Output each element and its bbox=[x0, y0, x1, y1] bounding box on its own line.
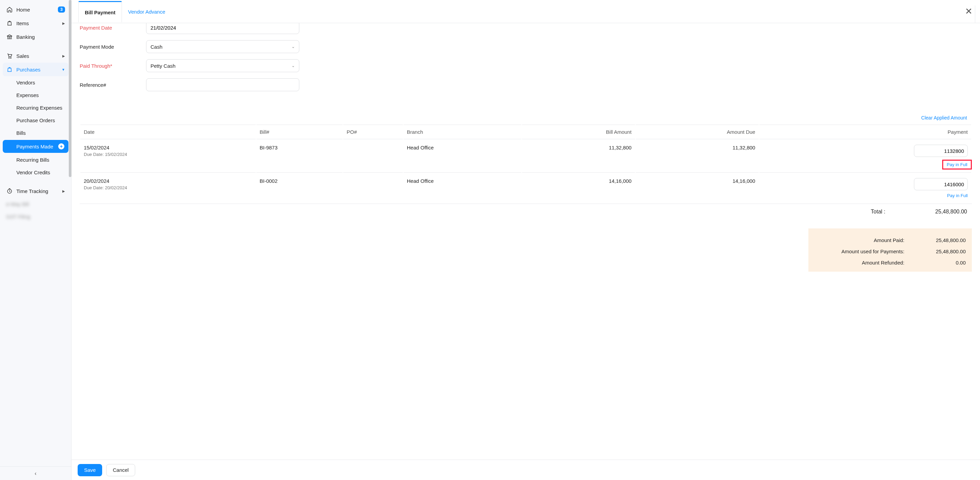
cell-amount-due: 11,32,800 bbox=[636, 140, 759, 173]
bank-icon bbox=[6, 33, 13, 40]
sidebar-item-recurring-expenses[interactable]: Recurring Expenses bbox=[0, 102, 71, 114]
chevron-right-icon: ▶ bbox=[62, 21, 65, 25]
total-row: Total : 25,48,800.00 bbox=[80, 203, 972, 222]
reference-field[interactable] bbox=[151, 82, 295, 88]
tabs-row: Bill Payment Vendor Advance ✕ bbox=[72, 0, 980, 23]
select-payment-mode[interactable]: Cash ⌄ bbox=[146, 40, 299, 53]
sidebar: Home 3 Items ▶ Banking bbox=[0, 0, 72, 480]
sidebar-item-recurring-bills[interactable]: Recurring Bills bbox=[0, 154, 71, 166]
clear-applied-amount-link[interactable]: Clear Applied Amount bbox=[921, 115, 967, 121]
form-row-payment-date: Payment Date bbox=[80, 23, 972, 34]
th-po: PO# bbox=[343, 125, 403, 139]
select-paid-through[interactable]: Petty Cash ⌄ bbox=[146, 59, 299, 72]
cell-bill-amount: 11,32,800 bbox=[522, 140, 635, 173]
scrollbar-track bbox=[69, 0, 72, 480]
cell-po bbox=[343, 140, 403, 173]
add-icon[interactable]: + bbox=[58, 143, 64, 149]
th-date: Date bbox=[80, 125, 256, 139]
amount-refunded-label: Amount Refunded: bbox=[815, 260, 904, 265]
cart-icon bbox=[6, 52, 13, 59]
th-payment: Payment bbox=[759, 125, 971, 139]
cell-bill: BI-9873 bbox=[256, 140, 343, 173]
sidebar-item-expenses[interactable]: Expenses bbox=[0, 89, 71, 102]
input-payment-date[interactable] bbox=[146, 23, 299, 34]
sidebar-item-purchases[interactable]: Purchases ▼ bbox=[3, 63, 68, 76]
nav-label: Purchases bbox=[16, 67, 62, 73]
cell-date: 20/02/2024 bbox=[84, 178, 252, 184]
purchases-submenu: Vendors Expenses Recurring Expenses Purc… bbox=[0, 76, 71, 179]
cell-branch: Head Office bbox=[404, 140, 521, 173]
cell-due-date: Due Date: 15/02/2024 bbox=[84, 152, 252, 157]
chevron-right-icon: ▶ bbox=[62, 189, 65, 193]
th-branch: Branch bbox=[404, 125, 521, 139]
content-scroll[interactable]: Payment Date Payment Mode Cash ⌄ Paid Th… bbox=[72, 23, 980, 459]
payment-input[interactable] bbox=[914, 145, 968, 157]
cell-bill: BI-0002 bbox=[256, 173, 343, 201]
label-payment-mode: Payment Mode bbox=[80, 44, 146, 50]
amount-paid-label: Amount Paid: bbox=[815, 237, 904, 243]
footer-bar: Save Cancel bbox=[72, 459, 980, 480]
nav-label: Home bbox=[16, 7, 58, 13]
amount-used-value: 25,48,800.00 bbox=[925, 248, 966, 254]
sidebar-item-banking[interactable]: Banking bbox=[0, 30, 71, 44]
svg-point-1 bbox=[11, 57, 11, 58]
cell-bill-amount: 14,16,000 bbox=[522, 173, 635, 201]
sidebar-blurred-item: GST Filing bbox=[0, 210, 71, 223]
sidebar-item-purchase-orders[interactable]: Purchase Orders bbox=[0, 114, 71, 127]
save-button[interactable]: Save bbox=[78, 464, 102, 476]
home-icon bbox=[6, 6, 13, 13]
th-bill-amount: Bill Amount bbox=[522, 125, 635, 139]
label-paid-through: Paid Through* bbox=[80, 63, 146, 69]
sidebar-item-payments-made[interactable]: Payments Made + bbox=[3, 140, 68, 153]
chevron-down-icon: ⌄ bbox=[291, 44, 295, 49]
table-row: 20/02/2024 Due Date: 20/02/2024 BI-0002 … bbox=[80, 173, 971, 201]
amount-used-label: Amount used for Payments: bbox=[815, 248, 904, 254]
sidebar-item-vendor-credits[interactable]: Vendor Credits bbox=[0, 166, 71, 179]
bills-table: Date Bill# PO# Branch Bill Amount Amount… bbox=[80, 124, 972, 202]
th-bill: Bill# bbox=[256, 125, 343, 139]
sidebar-item-time-tracking[interactable]: Time Tracking ▶ bbox=[0, 184, 71, 198]
select-value: Cash bbox=[151, 44, 162, 50]
total-label: Total : bbox=[845, 209, 885, 215]
sidebar-item-vendors[interactable]: Vendors bbox=[0, 76, 71, 89]
tab-bill-payment[interactable]: Bill Payment bbox=[78, 1, 122, 22]
clock-icon bbox=[6, 188, 13, 194]
cell-branch: Head Office bbox=[404, 173, 521, 201]
summary-box: Amount Paid: 25,48,800.00 Amount used fo… bbox=[808, 229, 972, 272]
label-payment-date: Payment Date bbox=[80, 25, 146, 31]
cell-date: 15/02/2024 bbox=[84, 145, 252, 151]
cancel-button[interactable]: Cancel bbox=[106, 464, 135, 476]
input-reference[interactable] bbox=[146, 78, 299, 91]
sidebar-item-items[interactable]: Items ▶ bbox=[0, 16, 71, 30]
main-panel: Bill Payment Vendor Advance ✕ Payment Da… bbox=[72, 0, 980, 480]
pay-in-full-link[interactable]: Pay in Full bbox=[947, 193, 968, 198]
chevron-right-icon: ▶ bbox=[62, 54, 65, 58]
payment-date-field[interactable] bbox=[151, 25, 295, 31]
sidebar-collapse[interactable]: ‹ bbox=[0, 466, 71, 480]
pay-in-full-link[interactable]: Pay in Full bbox=[942, 160, 972, 170]
payment-input[interactable] bbox=[914, 178, 968, 190]
basket-icon bbox=[6, 66, 13, 73]
chevron-left-icon: ‹ bbox=[35, 470, 37, 477]
chevron-down-icon: ⌄ bbox=[291, 63, 295, 68]
cell-po bbox=[343, 173, 403, 201]
form-row-paid-through: Paid Through* Petty Cash ⌄ bbox=[80, 59, 972, 72]
select-value: Petty Cash bbox=[151, 63, 175, 69]
amount-paid-value: 25,48,800.00 bbox=[925, 237, 966, 243]
scrollbar-thumb[interactable] bbox=[69, 0, 72, 177]
sidebar-item-sales[interactable]: Sales ▶ bbox=[0, 49, 71, 63]
table-row: 15/02/2024 Due Date: 15/02/2024 BI-9873 … bbox=[80, 140, 971, 173]
home-badge: 3 bbox=[58, 6, 65, 13]
th-amount-due: Amount Due bbox=[636, 125, 759, 139]
label-reference: Reference# bbox=[80, 82, 146, 88]
sidebar-item-bills[interactable]: Bills bbox=[0, 127, 71, 139]
cell-due-date: Due Date: 20/02/2024 bbox=[84, 185, 252, 190]
amount-refunded-value: 0.00 bbox=[925, 260, 966, 265]
nav-label: Banking bbox=[16, 34, 65, 40]
nav-label: Items bbox=[16, 21, 62, 26]
chevron-down-icon: ▼ bbox=[62, 68, 65, 72]
sidebar-item-home[interactable]: Home 3 bbox=[0, 3, 71, 16]
close-icon[interactable]: ✕ bbox=[965, 7, 972, 16]
tab-vendor-advance[interactable]: Vendor Advance bbox=[122, 2, 171, 21]
total-value: 25,48,800.00 bbox=[920, 209, 967, 215]
